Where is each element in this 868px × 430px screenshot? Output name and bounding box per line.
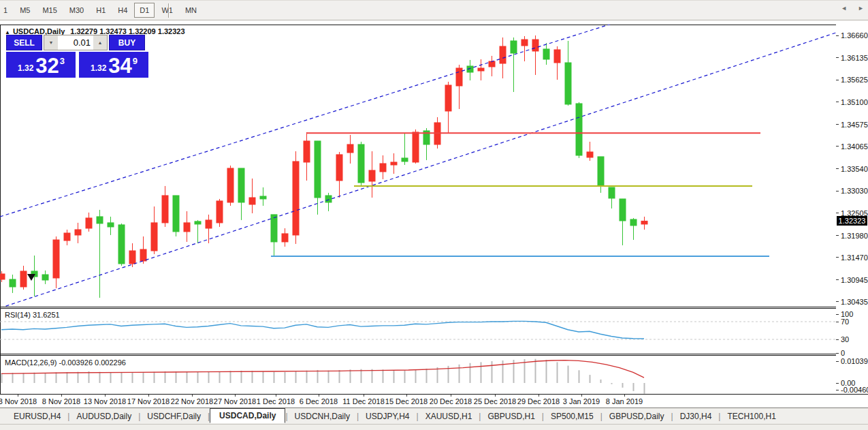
candle: [543, 43, 549, 65]
candle: [304, 132, 310, 181]
rsi-label: RSI(14) 31.6251: [5, 311, 60, 319]
date-label: 22 Nov 2018: [171, 397, 213, 405]
date-label: 29 Dec 2018: [517, 397, 560, 405]
tab-usdjpy-h4[interactable]: USDJPY,H4: [359, 410, 416, 423]
candle: [554, 46, 560, 80]
timeframe-button-m15[interactable]: M15: [37, 3, 62, 18]
price-tick-mark: [836, 191, 839, 191]
buy-price-panel[interactable]: 1.32 34 9: [79, 52, 148, 78]
price-tick-mark: [836, 168, 839, 169]
rsi-indicator-chart[interactable]: [0, 308, 836, 354]
date-label: 25 Dec 2018: [474, 397, 516, 405]
date-label: 8 Jan 2019: [606, 397, 643, 405]
rsi-tick-mark: [836, 314, 839, 315]
candle: [151, 206, 157, 254]
price-tick-label: 1.33030: [841, 187, 868, 195]
price-tick-mark: [836, 301, 839, 302]
date-tick-mark: [581, 395, 582, 397]
date-label: 13 Nov 2018: [84, 397, 126, 405]
sell-price-panel[interactable]: 1.32 32 3: [6, 52, 76, 78]
tab-audusd-daily[interactable]: AUDUSD,Daily: [69, 410, 138, 423]
candle: [64, 230, 70, 245]
candle: [511, 37, 517, 92]
price-tick-mark: [836, 235, 839, 236]
lot-size-input[interactable]: [58, 35, 93, 50]
buy-button[interactable]: BUY: [109, 35, 145, 50]
tab-sp500-m15[interactable]: SP500,M15: [544, 410, 600, 423]
timeframe-bar: 1M5M15M30H1H4D1W1MN: [0, 3, 203, 18]
price-tick-label: 1.31470: [841, 254, 868, 262]
tab-eurusd-h4[interactable]: EURUSD,H4: [7, 410, 67, 423]
tabs-scroll-right-button[interactable]: ►: [858, 5, 864, 12]
sell-button[interactable]: SELL: [6, 35, 42, 50]
price-tick-mark: [836, 102, 839, 102]
price-tick-label: 1.36135: [841, 54, 868, 62]
tab-gbpusd-h1[interactable]: GBPUSD,H1: [481, 410, 541, 423]
price-tick-mark: [836, 146, 839, 147]
rsi-macd-splitter[interactable]: [0, 354, 868, 354]
date-tick-mark: [495, 395, 496, 397]
lot-increase-button[interactable]: ▲: [93, 35, 108, 50]
date-axis[interactable]: 3 Nov 20188 Nov 201813 Nov 201817 Nov 20…: [0, 395, 868, 408]
candle: [402, 133, 408, 165]
candle: [587, 142, 593, 161]
tab-usdchf-daily[interactable]: USDCHF,Daily: [140, 410, 208, 423]
candle: [521, 36, 528, 61]
timeframe-toolbar: 1M5M15M30H1H4D1W1MN: [0, 0, 868, 20]
candle: [325, 193, 332, 211]
candle: [42, 271, 48, 284]
tabs-scroll-left-button[interactable]: ◄: [841, 5, 847, 12]
candle: [467, 60, 473, 80]
candle: [445, 82, 451, 133]
candle: [641, 217, 647, 230]
macd-tick-mark: [836, 390, 839, 390]
date-label: 15 Dec 2018: [385, 397, 428, 405]
rsi-line: [1, 321, 644, 339]
candle: [347, 135, 353, 164]
lot-decrease-button[interactable]: ▼: [44, 35, 58, 50]
mt4-terminal: 1M5M15M30H1H4D1W1MN ▲USDCAD,Daily1.32279…: [0, 0, 868, 430]
tab-scroll-buttons: ◄ ►: [841, 5, 864, 12]
timeframe-button-h4[interactable]: H4: [112, 3, 133, 18]
candle: [20, 266, 27, 290]
date-label: 27 Nov 2018: [214, 397, 256, 405]
timeframe-button-h1[interactable]: H1: [91, 3, 111, 18]
candle: [489, 56, 495, 76]
timeframe-button-1[interactable]: 1: [0, 3, 13, 18]
tab-tech100-h1[interactable]: TECH100,H1: [720, 410, 782, 423]
timeframe-button-w1[interactable]: W1: [156, 3, 178, 18]
candle: [456, 65, 462, 109]
candle: [75, 223, 81, 243]
chart-rsi-splitter[interactable]: [0, 307, 868, 307]
price-tick-mark: [836, 57, 839, 58]
date-tick-mark: [451, 395, 451, 397]
rsi-axis-label: 0: [841, 349, 845, 357]
tab-usdcad-daily[interactable]: USDCAD,Daily: [210, 408, 285, 423]
candle: [195, 220, 201, 243]
sell-price-prefix: 1.32: [18, 63, 33, 73]
candle: [565, 41, 571, 106]
price-tick-label: 1.31980: [841, 232, 868, 240]
candle: [478, 59, 484, 80]
candle: [532, 35, 539, 75]
timeframe-button-m30[interactable]: M30: [64, 3, 89, 18]
price-axis[interactable]: 1.366601.361351.356251.351001.345751.340…: [836, 25, 868, 394]
tab-gbpusd-daily[interactable]: GBPUSD,Daily: [602, 410, 671, 423]
window-bottom-edge: [0, 424, 868, 430]
sell-price-big: 32: [35, 57, 59, 76]
price-tick-mark: [836, 257, 839, 258]
buy-price-prefix: 1.32: [91, 63, 106, 73]
rsi-axis-label: 70: [841, 318, 849, 326]
timeframe-button-d1[interactable]: D1: [134, 3, 155, 18]
timeframe-button-m5[interactable]: M5: [14, 3, 35, 18]
candle: [630, 218, 637, 240]
sell-price-sup: 3: [60, 56, 65, 66]
tab-dj30-h4[interactable]: DJ30,H4: [673, 410, 719, 423]
tab-xauusd-h1[interactable]: XAUUSD,H1: [419, 410, 479, 423]
candle: [576, 102, 582, 158]
timeframe-button-mn[interactable]: MN: [180, 3, 202, 18]
candle: [358, 142, 364, 185]
candle: [227, 166, 234, 206]
tab-usdcnh-daily[interactable]: USDCNH,Daily: [288, 410, 357, 423]
rsi-tick-mark: [836, 339, 839, 340]
